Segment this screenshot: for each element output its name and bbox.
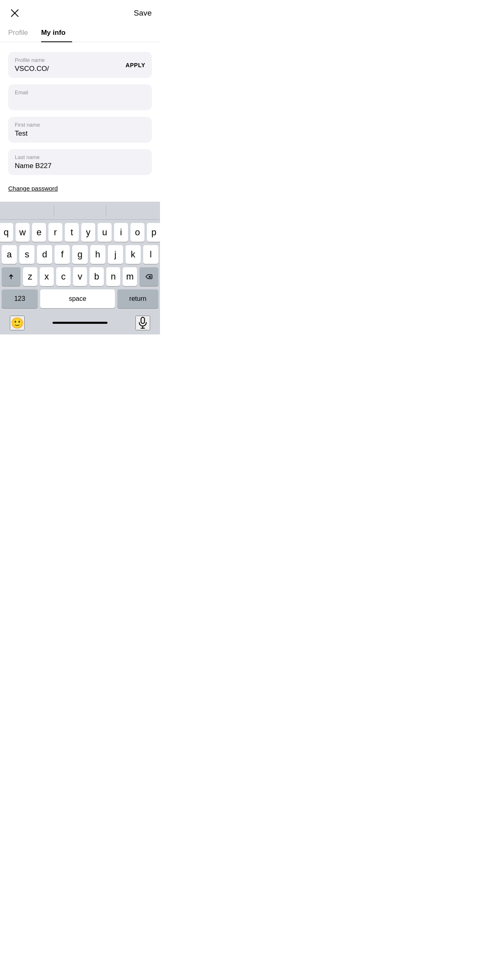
key-o[interactable]: o bbox=[130, 223, 144, 242]
number-key[interactable]: 123 bbox=[2, 289, 38, 308]
keyboard-row-2: a s d f g h j k l bbox=[2, 245, 158, 264]
key-u[interactable]: u bbox=[98, 223, 112, 242]
key-a[interactable]: a bbox=[2, 245, 17, 264]
microphone-button[interactable] bbox=[135, 316, 150, 330]
email-field: Email bbox=[8, 84, 152, 110]
keyboard-rows: q w e r t y u i o p a s d f g h j k l bbox=[0, 220, 160, 313]
tab-my-info[interactable]: My info bbox=[41, 25, 72, 42]
key-m[interactable]: m bbox=[123, 267, 137, 286]
keyboard-row-4: 123 space return bbox=[2, 289, 158, 308]
first-name-input[interactable] bbox=[15, 130, 145, 138]
key-c[interactable]: c bbox=[56, 267, 71, 286]
key-r[interactable]: r bbox=[48, 223, 62, 242]
return-key[interactable]: return bbox=[117, 289, 158, 308]
last-name-field: Last name bbox=[8, 149, 152, 175]
last-name-input[interactable] bbox=[15, 162, 145, 170]
last-name-label: Last name bbox=[15, 154, 145, 160]
key-y[interactable]: y bbox=[81, 223, 95, 242]
keyboard-bottom-bar: 🙂 bbox=[0, 313, 160, 334]
keyboard: q w e r t y u i o p a s d f g h j k l bbox=[0, 202, 160, 334]
first-name-field: First name bbox=[8, 117, 152, 143]
key-p[interactable]: p bbox=[147, 223, 160, 242]
header: Save bbox=[0, 0, 160, 25]
key-l[interactable]: l bbox=[143, 245, 158, 264]
key-k[interactable]: k bbox=[126, 245, 141, 264]
tab-profile[interactable]: Profile bbox=[8, 25, 34, 42]
keyboard-suggestions bbox=[0, 202, 160, 220]
svg-rect-5 bbox=[141, 317, 145, 323]
key-f[interactable]: f bbox=[55, 245, 70, 264]
delete-key[interactable] bbox=[139, 267, 158, 286]
key-v[interactable]: v bbox=[73, 267, 87, 286]
apply-button[interactable]: APPLY bbox=[126, 62, 145, 68]
home-indicator bbox=[53, 322, 107, 324]
email-input[interactable] bbox=[15, 97, 145, 105]
key-i[interactable]: i bbox=[114, 223, 128, 242]
key-g[interactable]: g bbox=[72, 245, 87, 264]
key-d[interactable]: d bbox=[37, 245, 52, 264]
key-n[interactable]: n bbox=[106, 267, 121, 286]
suggestion-divider-1 bbox=[54, 205, 54, 216]
keyboard-row-3: z x c v b n m bbox=[2, 267, 158, 286]
emoji-button[interactable]: 🙂 bbox=[10, 316, 25, 330]
shift-key[interactable] bbox=[2, 267, 21, 286]
key-x[interactable]: x bbox=[40, 267, 54, 286]
change-password-button[interactable]: Change password bbox=[8, 185, 58, 192]
key-j[interactable]: j bbox=[108, 245, 123, 264]
tabs: Profile My info bbox=[0, 25, 160, 42]
key-e[interactable]: e bbox=[32, 223, 46, 242]
key-h[interactable]: h bbox=[90, 245, 105, 264]
key-t[interactable]: t bbox=[65, 223, 79, 242]
profile-name-field: Profile name APPLY bbox=[8, 52, 152, 78]
key-b[interactable]: b bbox=[89, 267, 104, 286]
suggestion-divider-2 bbox=[106, 205, 106, 216]
save-button[interactable]: Save bbox=[134, 7, 152, 19]
first-name-label: First name bbox=[15, 122, 145, 128]
email-label: Email bbox=[15, 89, 145, 95]
space-key[interactable]: space bbox=[40, 289, 115, 308]
key-w[interactable]: w bbox=[16, 223, 30, 242]
key-q[interactable]: q bbox=[0, 223, 13, 242]
key-z[interactable]: z bbox=[23, 267, 37, 286]
profile-name-input[interactable] bbox=[15, 65, 117, 73]
key-s[interactable]: s bbox=[19, 245, 34, 264]
keyboard-row-1: q w e r t y u i o p bbox=[2, 223, 158, 242]
form: Profile name APPLY Email First name Last… bbox=[0, 52, 160, 175]
close-button[interactable] bbox=[8, 7, 21, 20]
